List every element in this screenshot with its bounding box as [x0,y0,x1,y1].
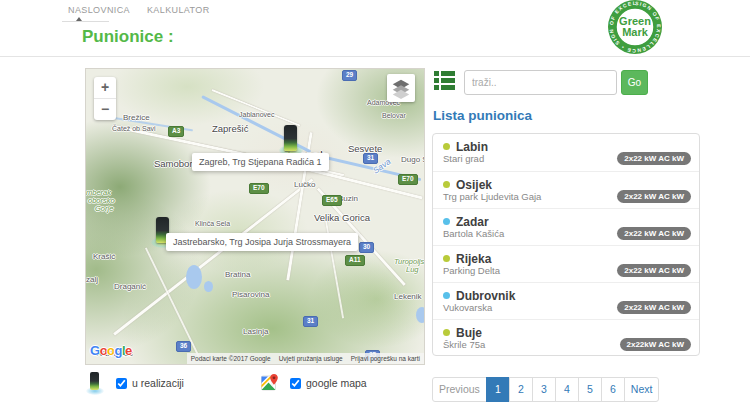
pagination-previous[interactable]: Previous [432,377,487,402]
map-lake [204,281,213,292]
map-label: Lug [406,265,419,274]
map-label: Brežice [123,113,150,122]
u-realizaciji-label: u realizaciji [132,377,184,389]
charger-icon [90,372,99,390]
map-layers-button[interactable] [387,74,415,102]
google-maps-icon [261,373,279,392]
road-badge: 31 [363,153,378,164]
pagination-page-4[interactable]: 4 [555,377,579,402]
status-dot [443,181,450,188]
pagination-page-1[interactable]: 1 [486,377,510,402]
charger-marker-zagreb[interactable] [284,125,297,151]
road-badge: A11 [345,255,365,266]
address: Stari grad [443,153,484,164]
svg-text:Mark: Mark [622,26,649,38]
address: Bartola Kašića [443,228,504,239]
greenmark-logo: SIGN OF EXCELLENCE • SIGN OF EXCELLENCE … [606,0,664,56]
map-copyright: Podaci karte ©2017 Google [191,355,271,362]
city-name: Buje [456,326,482,340]
list-item[interactable]: Labin Stari grad 2x22 kW AC kW [433,134,699,171]
map-label: Draganić [114,282,146,291]
city-name: Dubrovnik [456,289,515,303]
address: Vukovarska [443,302,492,313]
terms-link[interactable]: Uvjeti pružanja usluge [279,355,343,362]
status-dot [443,292,450,299]
status-dot [443,143,450,150]
pagination-page-3[interactable]: 3 [532,377,556,402]
status-dot [443,255,450,262]
map-road [113,178,313,336]
google-mapa-checkbox[interactable] [290,378,301,389]
pagination-page-2[interactable]: 2 [509,377,533,402]
search-go-button[interactable]: Go [621,70,648,95]
power-badge: 2x22 kW AC kW [617,264,691,277]
map-label: Lučko [294,180,315,189]
city-name: Labin [456,140,488,154]
map-label: Klinča Sela [195,220,230,227]
map-attribution: Podaci karte ©2017 Google Uvjeti pružanj… [187,353,424,364]
road-badge: 36 [176,341,191,352]
map-label: Pisarovina [232,290,269,299]
pagination-page-6[interactable]: 6 [601,377,625,402]
map-lake [416,307,425,323]
pagination-page-5[interactable]: 5 [578,377,602,402]
map-lake [186,265,202,289]
search-input[interactable] [464,70,617,95]
road-badge: 29 [342,70,357,81]
map-label: Bratina [225,270,250,279]
address: Trg park Ljudevita Gaja [443,191,541,202]
list-item[interactable]: Dubrovnik Vukovarska 2x22 kW AC kW [433,282,699,319]
map-label: Čatež ob Savi [112,125,156,132]
map-zoom-control: + − [94,77,116,120]
power-badge: 2x22 kW AC kW [617,152,691,165]
nav-active-caret [76,17,82,21]
road-badge: 30 [359,242,374,253]
power-badge: 2x22 kW AC kW [617,190,691,203]
zoom-out-button[interactable]: − [94,99,116,120]
zoom-in-button[interactable]: + [94,77,116,98]
list-item[interactable]: Osijek Trg park Ljudevita Gaja 2x22 kW A… [433,171,699,208]
nav-link-kalkulator[interactable]: KALKULATOR [147,5,210,15]
map-label: Lasinja [243,327,268,336]
list-item[interactable]: Buje Škrile 75a 2x22kW AC kW [433,319,699,356]
pagination: Previous 1 2 3 4 5 6 Next [432,377,659,402]
list-item[interactable]: Rijeka Parking Delta 2x22 kW AC kW [433,245,699,282]
greenmark-logo-icon: SIGN OF EXCELLENCE • SIGN OF EXCELLENCE … [606,0,664,56]
map-label: Velika Gorica [314,212,370,223]
road-badge: E70 [249,183,269,194]
address: Parking Delta [443,265,500,276]
map-label: Zaprešić [212,123,248,134]
city-name: Zadar [456,215,489,229]
punionice-list: Labin Stari grad 2x22 kW AC kW Osijek Tr… [432,133,700,356]
header-divider [0,56,750,57]
map-options-row: u realizaciji google mapa [85,368,425,402]
u-realizaciji-checkbox[interactable] [116,378,127,389]
list-title: Lista punionica [433,108,532,123]
city-name: Osijek [456,178,492,192]
google-mapa-label: google mapa [306,377,367,389]
road-badge: E65 [322,195,342,206]
nav-link-naslovnica[interactable]: NASLOVNICA [68,5,130,15]
power-badge: 2x22 kW AC kW [617,301,691,314]
list-item[interactable]: Zadar Bartola Kašića 2x22 kW AC kW [433,208,699,245]
city-name: Rijeka [456,252,491,266]
road-badge: A3 [168,126,184,137]
map-tooltip-zagreb: Zagreb, Trg Stjepana Radića 1 [192,153,329,171]
nav-underline [62,21,109,22]
map-label: Samobor [154,158,193,169]
list-icon [434,71,455,94]
google-logo[interactable]: Google [90,343,132,358]
map-label: Jablanovec [239,111,274,118]
status-dot [443,329,450,336]
map-label: Belovar [382,112,406,119]
road-badge: E70 [398,174,418,185]
address: Škrile 75a [443,339,485,350]
page-title: Punionice : [82,27,174,47]
pagination-next[interactable]: Next [624,377,660,402]
report-error-link[interactable]: Prijavi pogrešku na karti [351,355,420,362]
power-badge: 2x22kW AC kW [620,338,692,351]
map-label: zalj [86,275,98,284]
map-label: Gorje [95,204,113,213]
google-map[interactable]: Brežice Čatež ob Savi Zaprešić Jablanove… [85,68,425,365]
power-badge: 2x22 kW AC kW [617,227,691,240]
